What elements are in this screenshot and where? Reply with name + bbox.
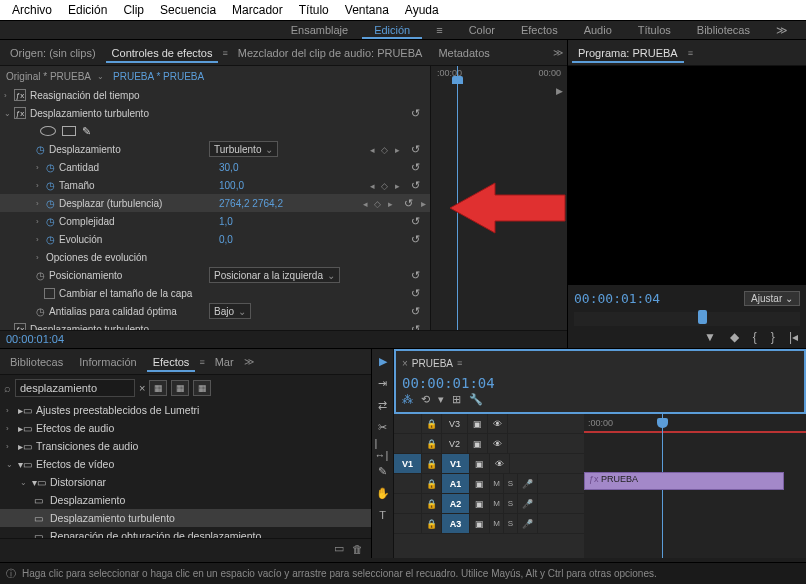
dropdown-antialias[interactable]: Bajo [209,303,251,319]
snap-icon[interactable]: ⁂ [402,393,413,406]
tab-timeline-prueba[interactable]: PRUEBA [412,358,453,369]
val-desplazar[interactable]: 2764,2 2764,2 [219,198,283,209]
tab-overflow-icon[interactable]: ≫ [553,47,563,58]
hamburger-icon[interactable]: ≡ [457,358,462,368]
target-a2[interactable]: A2 [442,494,470,513]
reset-icon[interactable]: ↺ [411,233,422,245]
ws-efectos[interactable]: Efectos [509,21,570,39]
target-v1[interactable]: V1 [442,454,470,473]
val-evolucion[interactable]: 0,0 [219,234,233,245]
tab-overflow-icon[interactable]: ≫ [244,356,254,367]
ws-bibliotecas[interactable]: Bibliotecas [685,21,762,39]
reset-icon[interactable]: ↺ [411,161,422,173]
mute-icon[interactable]: M [490,494,504,513]
lock-icon[interactable]: 🔒 [422,414,442,433]
trash-icon[interactable]: 🗑 [352,543,363,555]
chevron-right-icon[interactable]: › [36,181,46,190]
solo-icon[interactable]: S [504,494,518,513]
prop-fx-title[interactable]: Desplazamiento turbulento [30,108,149,119]
menu-ayuda[interactable]: Ayuda [397,3,447,17]
sync-lock-icon[interactable]: ▣ [470,454,490,473]
lock-icon[interactable]: 🔒 [422,454,442,473]
program-scrubber[interactable] [574,312,800,326]
track-v3[interactable]: V3 [442,414,468,433]
expand-icon[interactable]: ▶ [556,86,563,96]
reset-icon[interactable]: ↺ [411,143,422,155]
chevron-right-icon[interactable]: › [36,163,46,172]
track-v2[interactable]: V2 [442,434,468,453]
tree-audiofx[interactable]: Efectos de audio [36,422,114,434]
val-tamano[interactable]: 100,0 [219,180,244,191]
tree-lumetri[interactable]: Ajustes preestablecidos de Lumetri [36,404,199,416]
eye-icon[interactable]: 👁 [488,414,508,433]
prop-desplazar[interactable]: Desplazar (turbulencia) [59,198,219,209]
mask-pen-icon[interactable]: ✎ [82,125,91,138]
mic-icon[interactable]: 🎤 [518,514,538,533]
lock-icon[interactable]: 🔒 [422,434,442,453]
reset-icon[interactable]: ↺ [411,215,422,227]
menu-clip[interactable]: Clip [115,3,152,17]
marker-icon[interactable]: ▾ [438,393,444,406]
hamburger-icon[interactable]: ≡ [688,48,693,58]
val-cantidad[interactable]: 30,0 [219,162,238,173]
sync-lock-icon[interactable]: ▣ [468,434,488,453]
tree-audiotr[interactable]: Transiciones de audio [36,440,138,452]
sync-lock-icon[interactable]: ▣ [468,414,488,433]
clip-prueba[interactable]: ƒx PRUEBA [584,472,784,490]
close-panel-icon[interactable]: × [402,358,408,369]
solo-icon[interactable]: S [504,514,518,533]
prop-evolucion[interactable]: Evolución [59,234,219,245]
reset-icon[interactable]: ↺ [404,197,415,209]
sync-lock-icon[interactable]: ▣ [470,474,490,493]
timeline-canvas[interactable]: :00:00 ƒx PRUEBA [584,414,806,558]
reset-icon[interactable]: ↺ [411,323,422,331]
insert-icon[interactable]: ⊞ [452,393,461,406]
tree-desp[interactable]: Desplazamiento [50,494,125,506]
target-a1[interactable]: A1 [442,474,470,493]
prop-posicionamiento[interactable]: Posicionamiento [49,270,209,281]
clear-search-icon[interactable]: × [139,382,145,394]
chevron-down-icon[interactable]: ⌄ [97,72,107,81]
keyframe-nav[interactable]: ◂ ◇ ▸ ↺ [370,143,426,156]
prop-antialias[interactable]: Antialias para calidad óptima [49,306,209,317]
stopwatch-icon[interactable]: ◷ [36,306,45,317]
tree-despturb[interactable]: Desplazamiento turbulento [50,512,175,524]
mask-rect-icon[interactable] [62,126,76,136]
breadcrumb-current[interactable]: PRUEBA * PRUEBA [113,71,204,82]
prop-tamano[interactable]: Tamaño [59,180,219,191]
solo-icon[interactable]: S [504,474,518,493]
sync-lock-icon[interactable]: ▣ [470,494,490,513]
dropdown-posicionamiento[interactable]: Posicionar a la izquierda [209,267,340,283]
reset-icon[interactable]: ↺ [411,179,422,191]
type-tool-icon[interactable]: T [375,507,391,523]
program-monitor[interactable] [568,66,806,285]
play-icon[interactable]: ▸ [421,198,426,209]
fx-toggle[interactable]: ƒx [14,89,26,101]
menu-archivo[interactable]: Archivo [4,3,60,17]
ec-timecode[interactable]: 00:00:01:04 [0,330,567,348]
stopwatch-icon[interactable]: ◷ [46,180,55,191]
eye-icon[interactable]: 👁 [490,454,510,473]
prop-reasignacion[interactable]: Reasignación del tiempo [30,90,140,101]
tab-controles-efectos[interactable]: Controles de efectos [106,43,219,63]
chevron-right-icon[interactable]: › [36,235,46,244]
menu-ventana[interactable]: Ventana [337,3,397,17]
bracket-in-icon[interactable]: { [753,330,757,344]
mask-ellipse-icon[interactable] [40,126,56,136]
menu-titulo[interactable]: Título [291,3,337,17]
stopwatch-icon[interactable]: ◷ [46,234,55,245]
lock-icon[interactable]: 🔒 [422,494,442,513]
dropdown-desplazamiento[interactable]: Turbulento [209,141,278,157]
filter-accel-icon[interactable]: ▦ [149,380,167,396]
prop-cantidad[interactable]: Cantidad [59,162,219,173]
hamburger-icon[interactable]: ≡ [199,357,204,367]
tree-repar[interactable]: Reparación de obturación de desplazamien… [50,530,261,538]
target-a3[interactable]: A3 [442,514,470,533]
timeline-timecode[interactable]: 00:00:01:04 [402,371,798,393]
hamburger-icon[interactable]: ≡ [222,48,227,58]
reset-icon[interactable]: ↺ [411,287,422,299]
selection-tool-icon[interactable]: ▶ [375,353,391,369]
chevron-right-icon[interactable]: › [36,199,46,208]
eye-icon[interactable]: 👁 [488,434,508,453]
tab-bibliotecas[interactable]: Bibliotecas [4,352,69,372]
